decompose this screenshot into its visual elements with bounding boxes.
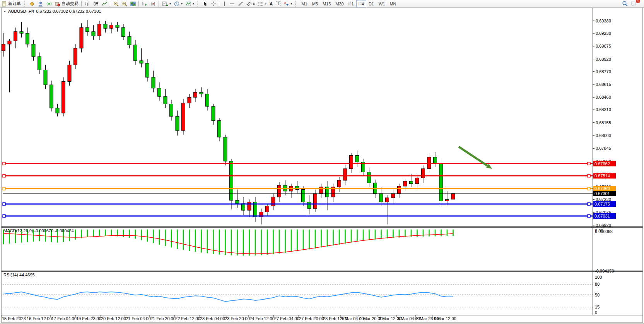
signals-button[interactable] [45, 0, 53, 7]
time-tick-label: 22 Feb 12:00 [175, 316, 200, 321]
new-chart-button[interactable]: ▾ [161, 0, 173, 7]
timeframe-button-M15[interactable]: M15 [320, 0, 333, 7]
chevron-down-icon: ▾ [193, 2, 194, 5]
shapes-arrows-icon [284, 1, 289, 7]
symbol-dropdown-icon[interactable]: ▼ [3, 10, 6, 13]
zoom-in-icon [113, 1, 119, 7]
timeframe-button-W1[interactable]: W1 [376, 0, 388, 7]
candle-body [146, 63, 149, 77]
timeframe-button-H1[interactable]: H1 [346, 0, 356, 7]
rsi-axis-label: 80 [595, 282, 600, 286]
candle-body [439, 164, 443, 201]
candle-body [26, 33, 29, 44]
time-tick-label: 16 Feb 12:00 [27, 316, 52, 321]
hline-handle[interactable] [588, 187, 590, 190]
zoom-out-button[interactable] [120, 0, 129, 7]
search-button[interactable] [620, 0, 629, 7]
vertical-line-button[interactable] [221, 0, 228, 7]
chevron-down-icon: ▾ [169, 2, 171, 5]
indicators-button[interactable]: ▾ [184, 0, 196, 7]
cursor-button[interactable] [201, 0, 209, 7]
toolbar-separator [138, 1, 139, 7]
hline-handle[interactable] [3, 175, 5, 177]
candle-body [194, 92, 197, 97]
market-button[interactable] [28, 0, 36, 7]
shapes-button[interactable]: ▾ [282, 0, 294, 7]
timeframe-button-M1[interactable]: M1 [299, 0, 309, 7]
candle-body [68, 65, 71, 82]
period-button[interactable]: ▾ [173, 0, 184, 7]
equidistant-channel-button[interactable]: E [245, 0, 256, 7]
tile-windows-button[interactable] [129, 0, 137, 7]
new-order-icon [2, 1, 7, 7]
candle-body [80, 27, 83, 48]
line-chart-button[interactable] [100, 0, 109, 7]
bar-chart-button[interactable] [83, 0, 92, 7]
time-tick-label: 21 Feb 04:00 [126, 316, 151, 321]
candle-body [236, 200, 239, 204]
candlestick-chart-button[interactable] [92, 0, 100, 7]
macd-axis-label: -0.004159 [595, 269, 614, 273]
crosshair-icon [211, 1, 216, 7]
time-tick-label: 23 Feb 04:00 [200, 316, 225, 321]
candle-body [140, 61, 143, 63]
price-tick-label: 0.69380 [596, 19, 611, 23]
candle-body [242, 204, 245, 210]
candle-body [206, 94, 209, 106]
rsi-axis-label: 0 [595, 310, 597, 315]
new-order-button[interactable]: 新订单 [0, 0, 22, 7]
candle-body [44, 70, 47, 85]
hline-handle[interactable] [3, 162, 5, 165]
label-tool-button[interactable]: T [274, 0, 282, 7]
text-tool-icon: A [270, 2, 273, 6]
text-tool-button[interactable]: A [268, 0, 274, 7]
timeframe-button-D1[interactable]: D1 [366, 0, 376, 7]
zoom-in-button[interactable] [112, 0, 120, 7]
candle-body [56, 108, 59, 113]
cursor-icon [203, 1, 208, 7]
candle-body [386, 198, 389, 202]
timeframe-button-H4[interactable]: H4 [356, 0, 366, 7]
auto-trading-button[interactable]: 自动交易 [53, 0, 80, 7]
chart-shift-button[interactable] [149, 0, 157, 7]
notifications-button[interactable]: 1 [629, 0, 639, 7]
price-tick-label: 0.68920 [596, 57, 611, 62]
candle-body [343, 169, 347, 180]
trendline-button[interactable] [236, 0, 245, 7]
profile-icon [38, 1, 43, 7]
candle-body [224, 137, 227, 161]
hline-handle[interactable] [3, 187, 5, 190]
timeframe-button-M30[interactable]: M30 [333, 0, 346, 7]
toolbar-separator [110, 1, 111, 7]
main-toolbar: 新订单 自动交易 [0, 0, 644, 8]
new-chart-icon [162, 1, 168, 7]
hline-handle[interactable] [588, 162, 590, 165]
new-order-label: 新订单 [8, 1, 21, 7]
hline-handle[interactable] [3, 203, 5, 206]
channel-letter: E [253, 2, 255, 5]
toolbar-separator [159, 1, 159, 7]
horizontal-line-icon [229, 1, 235, 7]
hline-handle[interactable] [3, 214, 5, 217]
hline-handle[interactable] [588, 175, 590, 177]
clock-icon [174, 1, 179, 7]
candle-body [152, 77, 155, 88]
hline-handle[interactable] [588, 203, 590, 206]
timeframe-button-M5[interactable]: M5 [310, 0, 320, 7]
fibonacci-button[interactable]: F [256, 0, 268, 7]
timeframe-toolbar: M1M5M15M30H1H4D1W1MN [299, 0, 398, 7]
label-tool-icon: T [276, 1, 280, 6]
horizontal-line-button[interactable] [228, 0, 236, 7]
zoom-out-icon [122, 1, 127, 7]
hline-handle[interactable] [588, 214, 590, 217]
timeframe-button-MN[interactable]: MN [387, 0, 398, 7]
price-tick-label: 0.67230 [596, 197, 611, 202]
auto-scroll-button[interactable] [140, 0, 149, 7]
bid-price-badge-label: 0.67301 [594, 191, 610, 196]
candle-body [200, 92, 203, 94]
profile-button[interactable] [36, 0, 45, 7]
crosshair-button[interactable] [209, 0, 218, 7]
chart-canvas[interactable]: 0.693800.692300.690750.689200.687700.686… [0, 0, 644, 324]
candle-body [212, 106, 215, 120]
candle-body [248, 202, 251, 210]
